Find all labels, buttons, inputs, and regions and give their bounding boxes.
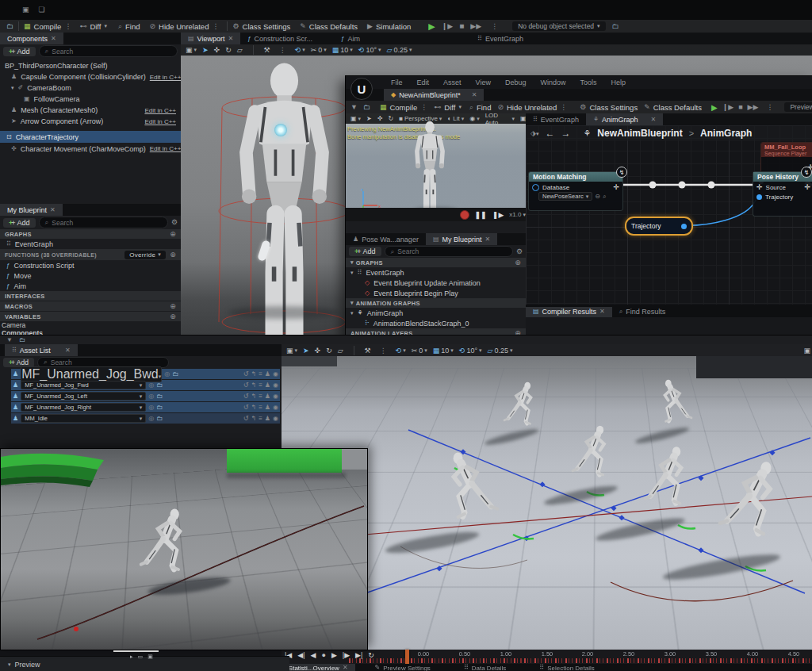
debug-pose-icon[interactable]: ♟: [265, 393, 270, 400]
eventgraph-tab[interactable]: ⠿EventGraph: [526, 113, 586, 125]
move-tool-icon[interactable]: ✜: [377, 115, 383, 122]
compile-button[interactable]: ▦Compile: [24, 22, 61, 31]
my-blueprint-tab[interactable]: My Blueprint✕: [0, 204, 63, 216]
compile-options-icon[interactable]: ⋮: [64, 22, 71, 30]
pose-character[interactable]: [708, 450, 794, 562]
grid-snap[interactable]: ▦ 10▾: [332, 46, 353, 54]
visibility-icon[interactable]: ◉: [273, 371, 278, 378]
hide-unrelated-button[interactable]: ⊘Hide Unrelated: [150, 22, 209, 31]
trajectory-output-pin[interactable]: [681, 224, 687, 229]
compiler-results-tab[interactable]: ▤Compiler Results✕: [526, 307, 612, 317]
record-button[interactable]: [460, 210, 469, 220]
macros-header[interactable]: MACROS⊕: [0, 301, 181, 311]
eject-button[interactable]: ▶▶: [470, 23, 481, 30]
loop-icon[interactable]: ↺: [243, 393, 249, 400]
scale-tool-icon[interactable]: ▱: [237, 46, 243, 54]
screenshot-icon[interactable]: ▣▾: [520, 115, 526, 122]
animation-graphs-header[interactable]: ▾ANIMATION GRAPHS: [346, 298, 526, 308]
use-asset-icon[interactable]: ◎: [164, 371, 170, 378]
interfaces-header[interactable]: INTERFACES: [0, 291, 181, 301]
scrub-line[interactable]: [113, 650, 159, 652]
menu-debug[interactable]: Debug: [498, 76, 534, 89]
graphs-header[interactable]: GRAPHS⊕: [0, 229, 181, 239]
component-row-selected[interactable]: ⊡CharacterTrajectory: [0, 131, 181, 143]
select-tool-icon[interactable]: ➤: [366, 115, 372, 122]
show-dropdown[interactable]: ◉▾: [469, 115, 480, 122]
eventgraph-tab[interactable]: ⠿EventGraph: [470, 33, 530, 44]
use-asset-icon[interactable]: ◎: [148, 393, 154, 400]
compile-options-icon[interactable]: ⋮: [420, 103, 427, 111]
stop-button[interactable]: ■: [738, 104, 742, 111]
eventgraph-item[interactable]: ⠿EventGraph: [0, 239, 181, 249]
asset-dropdown[interactable]: MF_Unarmed_Jog_Left▾: [21, 392, 146, 401]
eventgraph-item[interactable]: ▾⠿EventGraph: [346, 267, 526, 278]
find-results-tab[interactable]: ⌕Find Results: [612, 307, 673, 317]
edit-cpp-link[interactable]: Edit in C++: [144, 118, 181, 125]
pose-character[interactable]: [653, 378, 696, 435]
functions-header[interactable]: FUNCTIONS (38 OVERRIDABLE) Override▾⊕: [0, 249, 181, 260]
camera-speed[interactable]: ✂ 0▾: [311, 46, 327, 54]
play-button[interactable]: ▶: [711, 103, 718, 112]
play-button[interactable]: ▶: [331, 651, 337, 659]
pause-button[interactable]: ❚❚: [475, 211, 487, 219]
play-options-icon[interactable]: ⋮: [491, 22, 498, 30]
player-character[interactable]: [134, 503, 197, 592]
loop-icon[interactable]: ↺: [243, 382, 249, 389]
asset-row[interactable]: ♟ MM_Idle▾ ◎🗀 ↺↰≡♟◉: [11, 413, 280, 424]
source-pin[interactable]: ✛: [756, 183, 763, 191]
menu-view[interactable]: View: [469, 76, 498, 89]
world-axis-icon[interactable]: ⚒: [264, 46, 270, 54]
override-dropdown[interactable]: Override▾: [124, 251, 166, 259]
asset-row[interactable]: ♟ MF_Unarmed_Jog_Fwd▾ ◎🗀 ↺↰≡♟◉: [11, 380, 280, 390]
add-button[interactable]: ++ Add: [349, 247, 381, 256]
browse-asset-icon[interactable]: ⌕: [603, 194, 606, 200]
play-reverse-button[interactable]: ◀: [311, 651, 316, 659]
record-button[interactable]: ●: [321, 651, 325, 659]
debug-pose-icon[interactable]: ♟: [265, 416, 270, 422]
use-asset-icon[interactable]: ◎: [148, 382, 154, 389]
mirror-icon[interactable]: ↰: [251, 371, 256, 378]
pose-character[interactable]: [638, 441, 698, 524]
component-row[interactable]: ▾✐CameraBoom: [0, 82, 181, 94]
use-asset-icon[interactable]: ◎: [148, 416, 154, 422]
asset-dropdown[interactable]: MF_Unarmed_Jog_Right▾: [21, 403, 146, 412]
sampling-icon[interactable]: ≡: [259, 371, 262, 378]
debug-pose-icon[interactable]: ♟: [265, 382, 270, 389]
function-item[interactable]: ƒConstruction Script: [0, 260, 181, 270]
close-icon[interactable]: ✕: [228, 36, 233, 42]
add-graph-icon[interactable]: ⊕: [515, 259, 521, 266]
rotate-tool-icon[interactable]: ↻: [388, 115, 393, 122]
layout-icon[interactable]: ❏: [39, 6, 45, 13]
sampling-icon[interactable]: ≡: [259, 405, 262, 411]
mirror-icon[interactable]: ↰: [251, 393, 256, 400]
aim-tab[interactable]: ƒAim: [334, 33, 367, 44]
menu-tools[interactable]: Tools: [573, 76, 603, 89]
class-defaults-button[interactable]: ✎Class Defaults: [644, 103, 702, 112]
mini-play-icon[interactable]: ▸: [130, 654, 133, 660]
selection-details-tab[interactable]: ⠿Selection Details: [532, 664, 601, 671]
use-asset-icon[interactable]: ◎: [148, 405, 154, 411]
debug-pose-icon[interactable]: ♟: [265, 405, 270, 411]
simulation-button[interactable]: ▶Simulation: [367, 22, 411, 31]
database-pin[interactable]: [532, 184, 539, 191]
compile-button[interactable]: ▦Compile: [380, 103, 417, 112]
menu-file[interactable]: File: [384, 76, 410, 89]
class-defaults-button[interactable]: ✎Class Defaults: [300, 22, 358, 31]
node-pose-history[interactable]: Pose History ↯ ✛ Source ✛ Trajectory: [753, 171, 812, 217]
asset-dropdown[interactable]: MF_Unarmed_Jog_Fwd▾: [21, 381, 146, 389]
sampling-icon[interactable]: ≡: [259, 393, 262, 400]
browse-icon[interactable]: 🗀: [19, 337, 25, 343]
hide-unrelated-options-icon[interactable]: ⋮: [560, 103, 567, 111]
close-icon[interactable]: ✕: [51, 36, 56, 42]
rotate-tool-icon[interactable]: ↻: [225, 46, 232, 54]
sampling-icon[interactable]: ≡: [259, 416, 262, 422]
component-row[interactable]: ✜Character Movement (CharMoveComp)Edit i…: [0, 143, 181, 155]
close-icon[interactable]: ✕: [472, 92, 477, 98]
stop-button[interactable]: ■: [459, 22, 464, 30]
mini-camera-icon[interactable]: ▣: [147, 654, 153, 660]
mini-frame-icon[interactable]: ▭: [138, 654, 144, 660]
event-begin-item[interactable]: ◇Event Blueprint Begin Play: [346, 288, 526, 298]
preview-character[interactable]: [211, 59, 358, 335]
close-icon[interactable]: ✕: [651, 117, 657, 123]
asset-row[interactable]: ♟ MF_Unarmed_Jog_Left▾ ◎🗀 ↺↰≡♟◉: [11, 391, 280, 401]
